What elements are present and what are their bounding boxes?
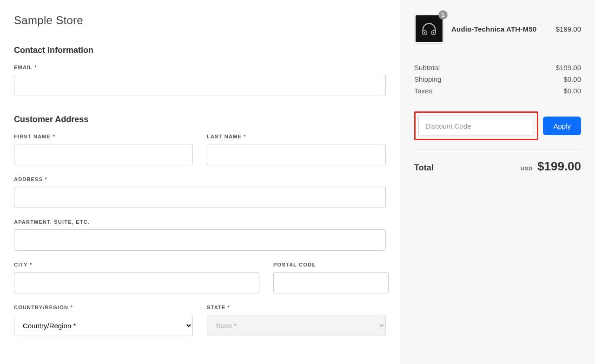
apply-button[interactable]: Apply (543, 117, 581, 135)
address-field[interactable] (14, 187, 386, 208)
checkout-form: Sample Store Contact Information EMAIL *… (0, 0, 400, 364)
order-summary: 1 Audio-Technica ATH-M50 $199.00 Subtota… (400, 0, 595, 364)
product-name: Audio-Technica ATH-M50 (451, 25, 549, 33)
city-field[interactable] (14, 272, 259, 293)
headphones-icon (420, 20, 438, 38)
shipping-label: Shipping (414, 75, 441, 83)
city-label: CITY * (14, 262, 259, 267)
state-label: STATE * (207, 305, 386, 310)
address-heading: Customer Address (14, 115, 386, 124)
postal-field[interactable] (273, 272, 389, 293)
last-name-label: LAST NAME * (207, 134, 386, 139)
product-thumbnail: 1 (414, 14, 444, 44)
apartment-field[interactable] (14, 229, 386, 251)
contact-section: Contact Information EMAIL * (14, 46, 386, 96)
postal-label: POSTAL CODE (273, 262, 389, 267)
state-select[interactable]: State * (207, 315, 386, 336)
country-label: COUNTRY/REGION * (14, 305, 193, 310)
product-price: $199.00 (556, 25, 581, 33)
apartment-label: APARTMENT, SUITE, ETC. (14, 219, 386, 225)
total-label: Total (414, 163, 434, 173)
first-name-field[interactable] (14, 144, 193, 165)
total-row: Total USD $199.00 (414, 159, 581, 174)
subtotal-label: Subtotal (414, 64, 440, 72)
country-select[interactable]: Country/Region * (14, 315, 193, 336)
subtotal-value: $199.00 (556, 64, 581, 72)
price-breakdown: Subtotal $199.00 Shipping $0.00 Taxes $0… (414, 62, 581, 104)
total-amount: $199.00 (537, 159, 581, 174)
taxes-value: $0.00 (563, 87, 581, 95)
discount-highlight (414, 111, 538, 140)
email-label: EMAIL * (14, 65, 386, 70)
svg-point-2 (424, 32, 425, 33)
shipping-value: $0.00 (563, 75, 581, 83)
last-name-field[interactable] (207, 144, 386, 165)
contact-heading: Contact Information (14, 46, 386, 55)
taxes-label: Taxes (414, 87, 432, 95)
email-field[interactable] (14, 75, 386, 96)
cart-item: 1 Audio-Technica ATH-M50 $199.00 (414, 14, 581, 55)
discount-row: Apply (414, 111, 581, 150)
address-section: Customer Address FIRST NAME * LAST NAME … (14, 115, 386, 336)
store-title: Sample Store (14, 14, 386, 27)
total-currency: USD (521, 166, 533, 171)
quantity-badge: 1 (438, 10, 448, 20)
discount-code-input[interactable] (418, 116, 534, 136)
first-name-label: FIRST NAME * (14, 134, 193, 139)
svg-point-3 (433, 32, 434, 33)
address-label: ADDRESS * (14, 176, 386, 182)
